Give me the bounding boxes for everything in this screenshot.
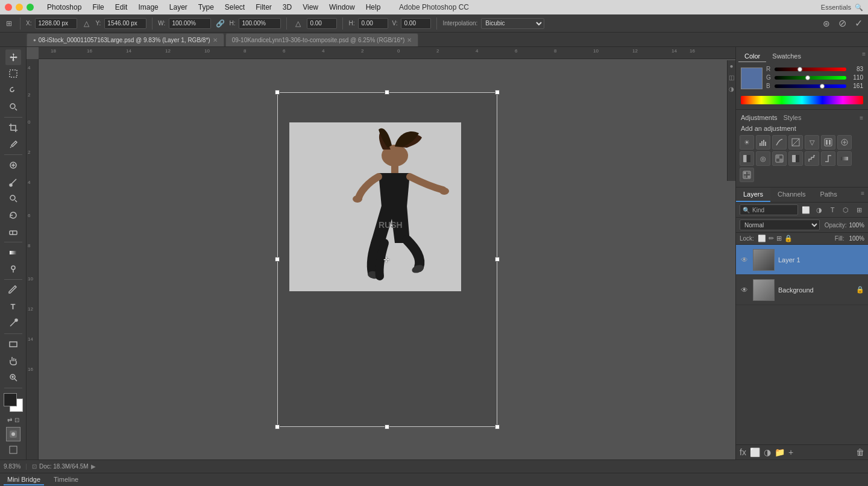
marquee-tool[interactable] xyxy=(5,66,21,82)
tab-doc-2[interactable]: 09-10KandiceLynn19-306-to-composite.psd … xyxy=(225,33,419,46)
transform-handle-bc[interactable] xyxy=(385,424,389,429)
opacity-value[interactable]: 100% xyxy=(849,222,864,229)
tab-doc-1[interactable]: ● 08-iStock_000011057163Large.psd @ 9.83… xyxy=(27,33,224,46)
fill-value[interactable]: 100% xyxy=(849,235,864,242)
adjustment-layer-filter[interactable]: ◑ xyxy=(814,204,825,215)
transform-handle-mr[interactable] xyxy=(495,257,500,262)
search-icon[interactable]: 🔍 xyxy=(855,4,863,11)
layers-kind-filter[interactable]: 🔍 Kind xyxy=(740,204,798,215)
lock-all-icon[interactable]: 🔒 xyxy=(784,235,793,242)
channel-mixer-adjustment[interactable] xyxy=(772,151,787,166)
w-input[interactable] xyxy=(169,18,211,29)
adjustments-menu-icon[interactable]: ≡ xyxy=(860,115,863,121)
blend-mode-select[interactable]: Normal Dissolve Multiply Screen xyxy=(740,219,820,230)
interpolation-select[interactable]: Bicubic Bilinear Nearest Neighbor xyxy=(481,18,544,29)
zoom-tool[interactable] xyxy=(5,370,21,385)
y-input[interactable] xyxy=(104,18,146,29)
brush-tool[interactable] xyxy=(5,174,21,190)
transform-handle-tc[interactable] xyxy=(385,90,389,95)
tab-close-1[interactable]: ✕ xyxy=(213,37,218,43)
blue-thumb[interactable] xyxy=(820,84,825,89)
add-adjustment-button[interactable]: ◑ xyxy=(764,447,771,457)
tab-close-2[interactable]: ✕ xyxy=(407,37,412,43)
clone-tool[interactable] xyxy=(5,191,21,206)
foreground-color-swatch[interactable] xyxy=(4,393,17,406)
panel-menu-icon[interactable]: ≡ xyxy=(862,51,866,62)
lasso-tool[interactable] xyxy=(5,83,21,98)
link-icon[interactable]: 🔗 xyxy=(215,18,225,29)
minimize-button[interactable] xyxy=(16,4,23,11)
color-swatch-preview[interactable] xyxy=(741,68,763,89)
dodge-tool[interactable] xyxy=(5,262,21,277)
green-slider[interactable] xyxy=(775,76,846,80)
red-thumb[interactable] xyxy=(797,67,802,72)
color-tab[interactable]: Color xyxy=(738,51,766,62)
new-layer-button[interactable]: + xyxy=(788,447,793,457)
rotation-input[interactable] xyxy=(307,18,337,29)
type-tool[interactable]: T xyxy=(5,299,21,315)
layer-item-background[interactable]: 👁 Background 🔒 xyxy=(736,275,868,305)
menu-filter[interactable]: Filter xyxy=(251,2,277,13)
menu-type[interactable]: Type xyxy=(193,2,219,13)
menu-image[interactable]: Image xyxy=(133,2,163,13)
menu-edit[interactable]: Edit xyxy=(110,2,133,13)
transform-handle-ml[interactable] xyxy=(275,257,280,262)
close-button[interactable] xyxy=(5,4,12,11)
menu-layer[interactable]: Layer xyxy=(165,2,192,13)
h-input[interactable] xyxy=(239,18,281,29)
add-fx-button[interactable]: fx xyxy=(740,447,746,457)
levels-adjustment[interactable] xyxy=(756,135,770,150)
transform-handle-bl[interactable] xyxy=(275,424,280,429)
menu-help[interactable]: Help xyxy=(361,2,386,13)
vibrance-adjustment[interactable]: ▽ xyxy=(805,135,819,150)
h-skew-input[interactable] xyxy=(358,18,388,29)
timeline-tab[interactable]: Timeline xyxy=(50,475,82,485)
brightness-adjustment[interactable]: ☀ xyxy=(740,135,754,150)
status-arrow-btn[interactable]: ▶ xyxy=(91,463,96,470)
adjustments-tab[interactable]: Adjustments xyxy=(741,114,778,121)
colorbalance-adjustment[interactable] xyxy=(837,135,852,150)
crop-tool[interactable] xyxy=(5,120,21,136)
layers-tab[interactable]: Layers xyxy=(736,188,770,202)
path-select-tool[interactable] xyxy=(5,315,21,331)
eyedropper-tool[interactable] xyxy=(5,137,21,153)
move-tool[interactable] xyxy=(5,49,21,65)
channels-tab[interactable]: Channels xyxy=(770,188,813,202)
invert-adjustment[interactable] xyxy=(788,151,803,166)
gradient-tool[interactable] xyxy=(5,245,21,260)
paths-tab[interactable]: Paths xyxy=(813,188,844,202)
rectangle-tool[interactable] xyxy=(5,336,21,352)
swatches-tab[interactable]: Swatches xyxy=(766,51,807,62)
photo-filter-adjustment[interactable]: ◎ xyxy=(756,151,770,166)
smart-object-filter[interactable]: ⊞ xyxy=(854,204,864,215)
panel-icon-adjustments[interactable]: ◑ xyxy=(729,86,734,92)
layer-item-layer1[interactable]: 👁 Layer 1 xyxy=(736,245,868,275)
layer-1-visibility[interactable]: 👁 xyxy=(740,256,749,264)
background-visibility[interactable]: 👁 xyxy=(740,286,749,294)
history-brush-tool[interactable] xyxy=(5,207,21,223)
panel-icon-layers[interactable]: ◫ xyxy=(729,74,734,81)
v-skew-input[interactable] xyxy=(401,18,431,29)
menu-3d[interactable]: 3D xyxy=(278,2,297,13)
menu-view[interactable]: View xyxy=(298,2,323,13)
x-input[interactable] xyxy=(35,18,77,29)
commit-transform-btn[interactable]: ✓ xyxy=(853,17,864,29)
quick-select-tool[interactable] xyxy=(5,99,21,115)
maximize-button[interactable] xyxy=(27,4,34,11)
menu-window[interactable]: Window xyxy=(324,2,360,13)
styles-tab[interactable]: Styles xyxy=(784,114,802,121)
quick-mask-btn[interactable] xyxy=(6,427,20,441)
lock-artboard-icon[interactable]: ⊞ xyxy=(776,235,782,242)
gradient-map-adjustment[interactable] xyxy=(837,151,852,166)
red-slider[interactable] xyxy=(775,68,846,71)
hand-tool[interactable] xyxy=(5,353,21,368)
cancel-transform-btn[interactable]: ⊘ xyxy=(837,17,848,29)
layers-panel-menu[interactable]: ≡ xyxy=(857,188,868,202)
warp-icon[interactable]: ⊛ xyxy=(821,19,832,28)
posterize-adjustment[interactable] xyxy=(805,151,819,166)
pixel-layer-filter[interactable]: ⬜ xyxy=(800,204,811,215)
default-colors-icon[interactable]: ⊡ xyxy=(14,417,19,423)
blue-slider[interactable] xyxy=(775,84,846,88)
green-thumb[interactable] xyxy=(805,75,810,80)
heal-tool[interactable] xyxy=(5,157,21,173)
